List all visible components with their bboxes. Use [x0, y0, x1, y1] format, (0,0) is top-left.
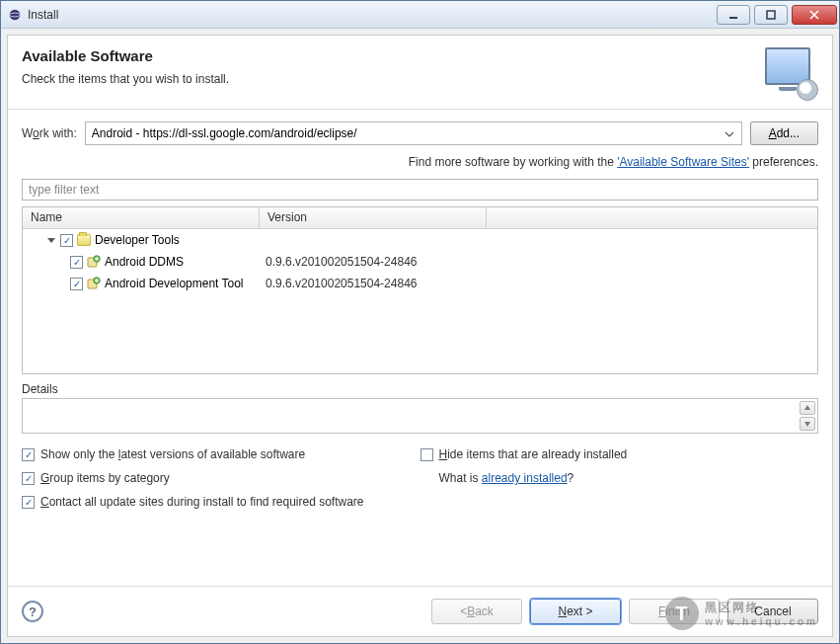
back-button[interactable]: < Back	[431, 599, 522, 624]
svg-rect-3	[767, 11, 775, 19]
scrollbar[interactable]	[800, 401, 815, 431]
column-name[interactable]: Name	[23, 207, 260, 228]
item-name: Android Development Tool	[105, 277, 244, 290]
already-installed-link[interactable]: already installed	[482, 471, 568, 485]
category-icon	[77, 234, 91, 246]
item-checkbox[interactable]	[70, 256, 83, 269]
titlebar[interactable]: Install	[1, 1, 839, 29]
window-title: Install	[28, 8, 58, 22]
feature-icon	[87, 255, 101, 269]
software-tree: Name Version Developer Tools	[22, 206, 818, 374]
svg-point-0	[10, 9, 21, 20]
scroll-up-icon[interactable]	[800, 401, 815, 415]
contact-sites-checkbox[interactable]: Contact all update sites during install …	[22, 495, 420, 509]
find-more-row: Find more software by working with the '…	[8, 151, 832, 179]
work-with-label: Work with:	[22, 126, 77, 140]
close-button[interactable]	[792, 5, 837, 25]
tree-group-row[interactable]: Developer Tools	[23, 229, 817, 251]
install-header-icon	[759, 47, 818, 95]
help-button[interactable]: ?	[22, 601, 43, 622]
available-sites-link[interactable]: 'Available Software Sites'	[617, 155, 749, 169]
item-version: 0.9.6.v201002051504-24846	[266, 255, 417, 269]
dialog-content: Available Software Check the items that …	[7, 35, 833, 637]
collapse-icon[interactable]	[46, 235, 56, 245]
hide-installed-checkbox[interactable]: Hide items that are already installed	[420, 447, 819, 461]
checkbox-icon	[22, 448, 35, 461]
column-version[interactable]: Version	[260, 207, 487, 228]
details-label: Details	[22, 382, 818, 396]
page-title: Available Software	[22, 47, 759, 64]
page-subtitle: Check the items that you wish to install…	[22, 72, 759, 86]
maximize-button[interactable]	[754, 5, 788, 25]
feature-icon	[87, 277, 101, 290]
group-label: Developer Tools	[95, 233, 180, 247]
minimize-button[interactable]	[717, 5, 750, 25]
footer-bar: ? < Back Next > Finish Cancel T 黑区网络 www…	[8, 586, 832, 636]
tree-item-row[interactable]: Android Development Tool 0.9.6.v20100205…	[23, 273, 817, 294]
checkbox-icon	[22, 472, 35, 485]
item-version: 0.9.6.v201002051504-24846	[266, 277, 417, 290]
details-text-area[interactable]	[22, 398, 818, 434]
install-dialog: Install Available Software Check the ite…	[0, 0, 840, 644]
what-is-installed-row: What is already installed?	[420, 471, 819, 485]
add-button[interactable]: Add...	[750, 121, 818, 145]
header-area: Available Software Check the items that …	[8, 36, 832, 110]
column-blank	[487, 207, 817, 228]
details-section: Details	[22, 382, 818, 434]
group-by-category-checkbox[interactable]: Group items by category	[22, 471, 420, 485]
chevron-down-icon	[722, 126, 737, 142]
filter-text-input[interactable]: type filter text	[22, 179, 818, 201]
work-with-combo[interactable]: Android - https://dl-ssl.google.com/andr…	[85, 121, 742, 145]
checkbox-icon	[22, 496, 35, 509]
svg-rect-2	[729, 17, 737, 19]
show-latest-checkbox[interactable]: Show only the latest versions of availab…	[22, 447, 420, 461]
item-checkbox[interactable]	[70, 278, 83, 290]
work-with-value: Android - https://dl-ssl.google.com/andr…	[92, 126, 357, 140]
checkbox-icon	[420, 448, 433, 461]
item-name: Android DDMS	[105, 255, 184, 269]
group-checkbox[interactable]	[60, 234, 73, 247]
next-button[interactable]: Next >	[530, 599, 621, 624]
cancel-button[interactable]: Cancel	[727, 599, 818, 624]
eclipse-icon	[7, 7, 23, 23]
tree-item-row[interactable]: Android DDMS 0.9.6.v201002051504-24846	[23, 251, 817, 273]
finish-button: Finish	[629, 599, 720, 624]
tree-header: Name Version	[23, 207, 817, 229]
scroll-down-icon[interactable]	[800, 417, 815, 431]
